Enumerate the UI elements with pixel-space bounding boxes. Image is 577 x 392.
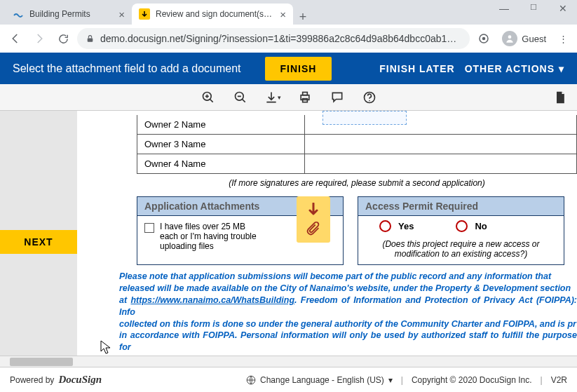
zoom-in-button[interactable]	[200, 89, 217, 106]
access-permit-panel: Access Permit Required Yes No (Does this…	[358, 196, 564, 265]
documents-panel-button[interactable]	[552, 89, 569, 106]
comment-button[interactable]	[329, 89, 346, 106]
checkbox-label: I have files over 25 MB each or I'm havi…	[160, 222, 264, 251]
access-question: (Does this project require a new access …	[365, 234, 557, 259]
nav-reload-button[interactable]	[53, 29, 73, 48]
powered-by: Powered by DocuSign	[10, 374, 102, 386]
nav-forward-button	[29, 29, 49, 48]
tab-favicon-icon	[139, 8, 150, 20]
svg-point-3	[508, 35, 512, 39]
legal-notice: Please note that application submissions…	[119, 271, 577, 356]
svg-point-2	[482, 37, 486, 41]
version-text: V2R	[551, 375, 567, 385]
radio-label: No	[475, 221, 487, 231]
finish-later-button[interactable]: FINISH LATER	[379, 63, 454, 74]
new-tab-button[interactable]: +	[293, 10, 313, 25]
horizontal-scrollbar[interactable]	[0, 356, 577, 367]
other-actions-button[interactable]: OTHER ACTIONS ▾	[465, 63, 564, 74]
attachments-panel: Application Attachments I have files ove…	[137, 196, 344, 265]
cursor-icon	[100, 340, 111, 356]
address-bar[interactable]: demo.docusign.net/Signing/?insession=1&t…	[77, 28, 470, 49]
owner-sig-cell	[305, 154, 577, 174]
tab-favicon-icon	[13, 8, 24, 20]
print-button[interactable]	[297, 89, 313, 106]
radio-label: Yes	[398, 221, 414, 231]
browser-tab[interactable]: Review and sign document(s) | D ×	[132, 4, 293, 25]
other-actions-label: OTHER ACTIONS	[465, 63, 555, 74]
signature-preview	[323, 111, 407, 125]
finish-button[interactable]: FINISH	[265, 57, 332, 81]
nav-back-button[interactable]	[6, 29, 25, 48]
browser-menu-button[interactable]: ⋮	[555, 34, 571, 44]
docusign-logo: DocuSign	[58, 374, 102, 386]
access-permit-title: Access Permit Required	[358, 197, 564, 216]
svg-rect-7	[302, 92, 307, 95]
access-yes-radio[interactable]: Yes	[379, 220, 414, 232]
caret-down-icon: ▾	[388, 375, 393, 385]
download-button[interactable]: ▾	[264, 89, 281, 106]
browser-tab[interactable]: Building Permits ×	[6, 4, 132, 25]
arrow-down-icon	[308, 203, 319, 218]
access-no-radio[interactable]: No	[456, 220, 487, 232]
window-maximize[interactable]: ☐	[525, 3, 542, 14]
svg-rect-8	[302, 98, 307, 102]
svg-rect-0	[88, 38, 93, 41]
change-language-button[interactable]: Change Language - English (US) ▾	[246, 375, 393, 385]
attachment-field[interactable]	[297, 196, 330, 243]
globe-icon	[246, 375, 256, 385]
tab-title: Review and sign document(s) | D	[156, 9, 274, 19]
large-files-checkbox[interactable]: I have files over 25 MB each or I'm havi…	[144, 222, 264, 251]
copyright-text: Copyright © 2020 DocuSign Inc.	[412, 375, 532, 385]
zoom-out-button[interactable]	[232, 89, 249, 106]
radio-icon	[379, 220, 391, 232]
scrollbar-thumb[interactable]	[10, 358, 73, 366]
window-close[interactable]: ✕	[555, 3, 571, 14]
profile-button[interactable]: Guest	[498, 29, 550, 48]
window-minimize[interactable]: —	[496, 3, 512, 14]
avatar-icon	[502, 31, 517, 46]
signature-note: (If more signatures are required, please…	[137, 174, 577, 192]
paperclip-icon	[306, 221, 321, 236]
owner-sig-cell	[305, 135, 577, 154]
tab-close-icon[interactable]: ×	[280, 8, 286, 20]
radio-icon	[456, 220, 468, 232]
document-page: Owner 2 Name Owner 3 Name Owner 4 Name (…	[77, 111, 577, 356]
next-button[interactable]: NEXT	[0, 230, 77, 254]
instruction-text: Select the attachment field to add a doc…	[13, 62, 241, 75]
tab-close-icon[interactable]: ×	[118, 8, 125, 20]
checkbox-icon	[144, 223, 154, 233]
incognito-icon[interactable]	[474, 29, 494, 48]
whats-building-link[interactable]: https://www.nanaimo.ca/WhatsBuilding	[130, 295, 294, 305]
caret-down-icon: ▾	[559, 63, 564, 74]
owner-name-label: Owner 4 Name	[137, 154, 305, 174]
help-button[interactable]	[361, 89, 378, 106]
svg-point-10	[369, 100, 370, 101]
profile-label: Guest	[522, 34, 546, 44]
language-label: Change Language - English (US)	[260, 375, 384, 385]
tab-title: Building Permits	[29, 9, 113, 19]
owner-name-label: Owner 3 Name	[137, 135, 305, 154]
lock-icon	[86, 34, 95, 43]
url-text: demo.docusign.net/Signing/?insession=1&t…	[100, 33, 461, 44]
owner-name-label: Owner 2 Name	[137, 115, 305, 135]
